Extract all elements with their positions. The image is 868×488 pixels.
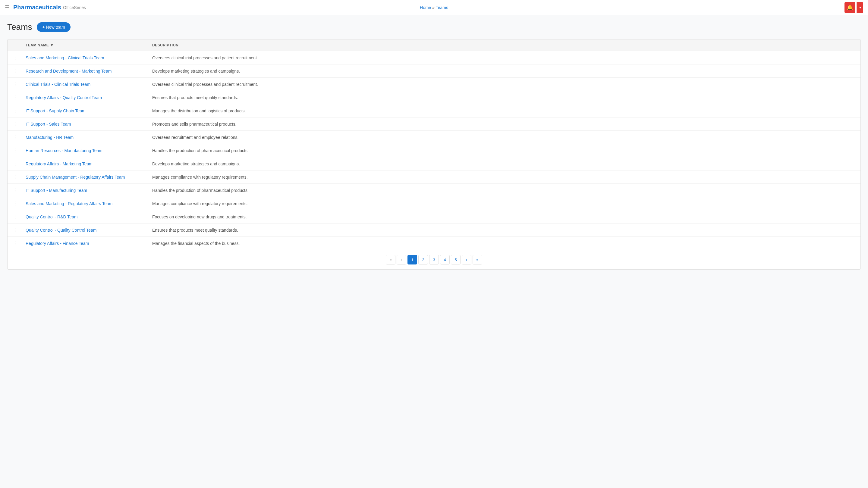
table-row: ⋮Regulatory Affairs - Quality Control Te… — [7, 91, 861, 104]
row-menu-button[interactable]: ⋮ — [7, 51, 23, 64]
row-description: Handles the production of pharmaceutical… — [149, 184, 861, 197]
brand-sub: OfficeSeries — [63, 5, 86, 10]
team-name-link[interactable]: Regulatory Affairs - Quality Control Tea… — [26, 95, 102, 100]
row-description: Manages the financial aspects of the bus… — [149, 237, 861, 250]
row-team-name: Research and Development - Marketing Tea… — [23, 64, 149, 78]
row-description: Develops marketing strategies and campai… — [149, 64, 861, 78]
pagination-page-5[interactable]: 5 — [451, 255, 461, 264]
team-name-link[interactable]: Sales and Marketing - Clinical Trials Te… — [26, 56, 104, 60]
brand-name: Pharmaceuticals — [13, 4, 61, 11]
pagination-last[interactable]: » — [472, 255, 482, 264]
row-menu-button[interactable]: ⋮ — [7, 197, 23, 210]
row-team-name: IT Support - Supply Chain Team — [23, 104, 149, 118]
row-team-name: Sales and Marketing - Regulatory Affairs… — [23, 197, 149, 210]
row-description: Ensures that products meet quality stand… — [149, 224, 861, 237]
row-team-name: Regulatory Affairs - Marketing Team — [23, 157, 149, 170]
pagination-next[interactable]: › — [462, 255, 471, 264]
row-menu-button[interactable]: ⋮ — [7, 184, 23, 197]
row-description: Oversees clinical trial processes and pa… — [149, 51, 861, 64]
breadcrumb-home[interactable]: Home — [420, 5, 431, 10]
teams-table: TEAM NAME ▼ DESCRIPTION ⋮Sales and Marke… — [7, 39, 861, 250]
table-body: ⋮Sales and Marketing - Clinical Trials T… — [7, 51, 861, 250]
row-menu-button[interactable]: ⋮ — [7, 64, 23, 78]
row-team-name: Regulatory Affairs - Finance Team — [23, 237, 149, 250]
row-menu-button[interactable]: ⋮ — [7, 104, 23, 118]
row-menu-button[interactable]: ⋮ — [7, 224, 23, 237]
row-team-name: IT Support - Manufacturing Team — [23, 184, 149, 197]
row-team-name: Manufacturing - HR Team — [23, 131, 149, 144]
brand: Pharmaceuticals OfficeSeries — [13, 4, 86, 11]
row-menu-button[interactable]: ⋮ — [7, 237, 23, 250]
row-description: Develops marketing strategies and campai… — [149, 157, 861, 170]
table-row: ⋮Quality Control - Quality Control TeamE… — [7, 224, 861, 237]
row-team-name: Human Resources - Manufacturing Team — [23, 144, 149, 157]
table-row: ⋮Regulatory Affairs - Finance TeamManage… — [7, 237, 861, 250]
pagination-page-4[interactable]: 4 — [440, 255, 450, 264]
new-team-button[interactable]: + New team — [37, 22, 70, 32]
table-row: ⋮Manufacturing - HR TeamOversees recruit… — [7, 131, 861, 144]
header-dropdown-button[interactable]: ▾ — [857, 2, 863, 13]
page-content: Teams + New team TEAM NAME ▼ DESCRIPTION… — [0, 15, 868, 277]
pagination-prev[interactable]: ‹ — [397, 255, 406, 264]
page-title: Teams — [7, 22, 32, 32]
table-row: ⋮Sales and Marketing - Regulatory Affair… — [7, 197, 861, 210]
team-name-link[interactable]: IT Support - Manufacturing Team — [26, 188, 87, 193]
row-description: Manages the distribution and logistics o… — [149, 104, 861, 118]
team-name-link[interactable]: Human Resources - Manufacturing Team — [26, 148, 102, 153]
table-row: ⋮IT Support - Sales TeamPromotes and sel… — [7, 118, 861, 131]
teams-table-wrapper: TEAM NAME ▼ DESCRIPTION ⋮Sales and Marke… — [7, 39, 861, 270]
table-row: ⋮Human Resources - Manufacturing TeamHan… — [7, 144, 861, 157]
row-team-name: Quality Control - R&D Team — [23, 210, 149, 224]
row-menu-button[interactable]: ⋮ — [7, 170, 23, 184]
col-header-actions — [7, 39, 23, 51]
team-name-link[interactable]: Regulatory Affairs - Finance Team — [26, 241, 89, 246]
row-menu-button[interactable]: ⋮ — [7, 91, 23, 104]
header: ☰ Pharmaceuticals OfficeSeries Home » Te… — [0, 0, 868, 15]
row-description: Handles the production of pharmaceutical… — [149, 144, 861, 157]
breadcrumb-current[interactable]: Teams — [436, 5, 448, 10]
row-description: Focuses on developing new drugs and trea… — [149, 210, 861, 224]
team-name-link[interactable]: Sales and Marketing - Regulatory Affairs… — [26, 201, 113, 206]
team-name-link[interactable]: Supply Chain Management - Regulatory Aff… — [26, 175, 125, 180]
row-team-name: Quality Control - Quality Control Team — [23, 224, 149, 237]
pagination-page-2[interactable]: 2 — [418, 255, 428, 264]
row-description: Oversees clinical trial processes and pa… — [149, 78, 861, 91]
table-row: ⋮Regulatory Affairs - Marketing TeamDeve… — [7, 157, 861, 170]
team-name-link[interactable]: IT Support - Supply Chain Team — [26, 108, 86, 113]
team-name-link[interactable]: Regulatory Affairs - Marketing Team — [26, 161, 93, 166]
col-header-description: DESCRIPTION — [149, 39, 861, 51]
row-team-name: Sales and Marketing - Clinical Trials Te… — [23, 51, 149, 64]
row-description: Oversees recruitment and employee relati… — [149, 131, 861, 144]
filter-icon[interactable]: ▼ — [50, 43, 54, 47]
team-name-link[interactable]: Clinical Trials - Clinical Trials Team — [26, 82, 90, 87]
table-row: ⋮Quality Control - R&D TeamFocuses on de… — [7, 210, 861, 224]
row-team-name: Clinical Trials - Clinical Trials Team — [23, 78, 149, 91]
table-row: ⋮Sales and Marketing - Clinical Trials T… — [7, 51, 861, 64]
table-row: ⋮Research and Development - Marketing Te… — [7, 64, 861, 78]
row-description: Manages compliance with regulatory requi… — [149, 197, 861, 210]
pagination-page-3[interactable]: 3 — [429, 255, 439, 264]
team-name-link[interactable]: Quality Control - Quality Control Team — [26, 228, 97, 233]
row-menu-button[interactable]: ⋮ — [7, 157, 23, 170]
row-team-name: Regulatory Affairs - Quality Control Tea… — [23, 91, 149, 104]
row-menu-button[interactable]: ⋮ — [7, 78, 23, 91]
row-description: Promotes and sells pharmaceutical produc… — [149, 118, 861, 131]
team-name-link[interactable]: Quality Control - R&D Team — [26, 215, 78, 219]
row-menu-button[interactable]: ⋮ — [7, 118, 23, 131]
row-team-name: Supply Chain Management - Regulatory Aff… — [23, 170, 149, 184]
pagination-page-1[interactable]: 1 — [407, 255, 417, 264]
row-menu-button[interactable]: ⋮ — [7, 144, 23, 157]
row-menu-button[interactable]: ⋮ — [7, 131, 23, 144]
row-menu-button[interactable]: ⋮ — [7, 210, 23, 224]
pagination: « ‹ 1 2 3 4 5 › » — [7, 250, 861, 269]
row-description: Manages compliance with regulatory requi… — [149, 170, 861, 184]
col-header-team-name: TEAM NAME ▼ — [23, 39, 149, 51]
team-name-link[interactable]: Research and Development - Marketing Tea… — [26, 69, 112, 73]
row-team-name: IT Support - Sales Team — [23, 118, 149, 131]
hamburger-icon[interactable]: ☰ — [5, 4, 10, 11]
pagination-first[interactable]: « — [386, 255, 396, 264]
notification-button[interactable]: 🔔 — [844, 2, 855, 13]
table-row: ⋮Supply Chain Management - Regulatory Af… — [7, 170, 861, 184]
team-name-link[interactable]: Manufacturing - HR Team — [26, 135, 73, 140]
team-name-link[interactable]: IT Support - Sales Team — [26, 122, 71, 127]
